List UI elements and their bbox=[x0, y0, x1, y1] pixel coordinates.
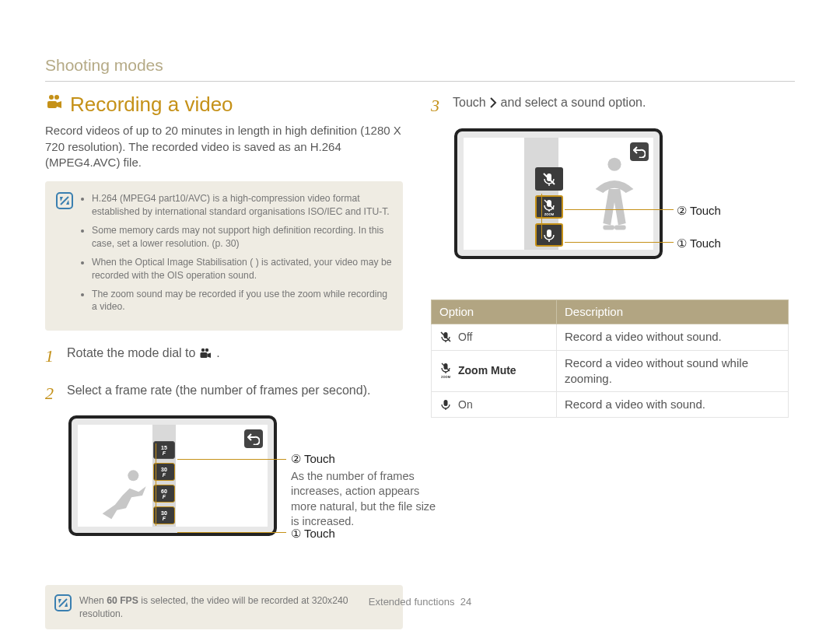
svg-point-1 bbox=[54, 95, 59, 100]
callout-line bbox=[156, 443, 156, 526]
option-label: Zoom Mute bbox=[458, 363, 516, 378]
option-label: On bbox=[458, 398, 473, 412]
info-note-box: H.264 (MPEG4 part10/AVC) is a high-compr… bbox=[45, 181, 403, 331]
dancer-icon bbox=[583, 155, 646, 240]
option-label: Off bbox=[458, 330, 472, 345]
sound-option-zoom-mute[interactable]: ZOOM bbox=[535, 195, 563, 219]
sound-option-list: ZOOM bbox=[535, 167, 563, 251]
page-root: Shooting modes Recording a video Record … bbox=[0, 0, 840, 629]
content-columns: Recording a video Record videos of up to… bbox=[45, 91, 795, 629]
callout-line bbox=[177, 532, 286, 533]
callout-label: ② Touch bbox=[291, 451, 446, 467]
video-camera-icon bbox=[45, 93, 64, 116]
section-header: Shooting modes bbox=[45, 54, 795, 82]
callout-2: ② Touch bbox=[677, 203, 832, 219]
mic-on-icon bbox=[439, 398, 452, 411]
note-list: H.264 (MPEG4 part10/AVC) is a high-compr… bbox=[81, 192, 392, 320]
mic-zoom-mute-icon: ZOOM bbox=[439, 363, 452, 380]
back-button[interactable] bbox=[244, 429, 263, 448]
note-item: The zoom sound may be recorded if you us… bbox=[92, 288, 392, 313]
step-3: 3 Touch and select a sound option. bbox=[431, 94, 789, 117]
chevron-right-icon bbox=[489, 96, 497, 113]
fps-option-list: 15F 30F 60F 30F bbox=[153, 441, 175, 528]
note-icon bbox=[56, 192, 73, 320]
svg-point-9 bbox=[607, 158, 621, 171]
page-title-row: Recording a video bbox=[45, 91, 403, 118]
step-3-text-a: Touch bbox=[453, 96, 489, 109]
fps-option[interactable]: 60F bbox=[153, 485, 175, 503]
note-item: Some memory cards may not support high d… bbox=[92, 224, 392, 250]
left-column: Recording a video Record videos of up to… bbox=[45, 91, 403, 629]
mic-off-icon bbox=[439, 331, 452, 343]
svg-rect-11 bbox=[614, 225, 626, 229]
step-1-text-a: Rotate the mode dial to bbox=[67, 346, 199, 359]
callout-line bbox=[565, 242, 674, 243]
step-1-text-b: . bbox=[216, 346, 219, 359]
step-number: 2 bbox=[45, 382, 59, 405]
page-title: Recording a video bbox=[70, 91, 233, 118]
intro-text: Record videos of up to 20 minutes in len… bbox=[45, 123, 403, 170]
option-desc: Record a video without sound. bbox=[557, 324, 789, 350]
note-item: When the Optical Image Stabilisation ( )… bbox=[92, 256, 392, 282]
svg-text:ZOOM: ZOOM bbox=[441, 375, 451, 379]
step-number: 3 bbox=[431, 94, 445, 117]
callout-1: ① Touch bbox=[291, 526, 446, 541]
video-mode-icon bbox=[199, 346, 213, 363]
option-desc: Record a video without sound while zoomi… bbox=[557, 350, 789, 392]
fps-value: 15 bbox=[161, 445, 167, 450]
callout-2: ② Touch As the number of frames increase… bbox=[291, 451, 446, 530]
footer-label: Extended functions bbox=[369, 596, 455, 608]
table-head-desc: Description bbox=[557, 300, 789, 324]
callout-line bbox=[541, 194, 542, 239]
table-row: ZOOM Zoom Mute Record a video without so… bbox=[432, 350, 789, 392]
fps-option[interactable]: 15F bbox=[153, 441, 175, 459]
callout-line bbox=[177, 459, 286, 460]
frame-rate-diagram: 15F 30F 60F 30F ② Touch As the number of… bbox=[45, 415, 403, 563]
sound-option-diagram: ZOOM ② Touch ① Touch bbox=[431, 128, 789, 276]
callout-label: ① Touch bbox=[677, 236, 832, 251]
fps-value: 30 bbox=[161, 467, 167, 472]
fps-value: 30 bbox=[161, 510, 167, 516]
step-3-text: Touch and select a sound option. bbox=[453, 94, 646, 113]
option-desc: Record a video with sound. bbox=[557, 392, 789, 418]
screen-content: ZOOM bbox=[464, 138, 653, 250]
callout-1: ① Touch bbox=[677, 236, 832, 251]
step-1: 1 Rotate the mode dial to . bbox=[45, 345, 403, 368]
fps-value: 60 bbox=[161, 489, 167, 494]
camera-screen: ZOOM bbox=[454, 128, 663, 259]
sound-option-on[interactable] bbox=[535, 223, 563, 247]
svg-rect-10 bbox=[603, 225, 614, 229]
runner-icon bbox=[98, 468, 154, 523]
step-1-text: Rotate the mode dial to . bbox=[67, 345, 220, 363]
svg-point-0 bbox=[49, 95, 54, 100]
page-footer: Extended functions 24 bbox=[0, 595, 840, 609]
svg-rect-6 bbox=[200, 352, 207, 358]
table-row: On Record a video with sound. bbox=[432, 392, 789, 418]
svg-text:ZOOM: ZOOM bbox=[544, 212, 555, 216]
svg-rect-2 bbox=[47, 101, 57, 108]
callout-label: ① Touch bbox=[291, 526, 446, 541]
svg-rect-19 bbox=[547, 229, 551, 237]
table-head-option: Option bbox=[432, 300, 557, 324]
sound-options-table: Option Description Off Record a video wi… bbox=[431, 299, 789, 418]
footer-page-number: 24 bbox=[460, 596, 471, 608]
svg-rect-28 bbox=[444, 400, 448, 406]
screen-content: 15F 30F 60F 30F bbox=[78, 425, 268, 527]
callout-label: ② Touch bbox=[677, 203, 832, 219]
note-item: H.264 (MPEG4 part10/AVC) is a high-compr… bbox=[92, 192, 392, 218]
camera-screen: 15F 30F 60F 30F bbox=[68, 415, 277, 536]
fps-option[interactable]: 30F bbox=[153, 506, 175, 524]
callout-line bbox=[565, 209, 674, 210]
step-3-text-b: and select a sound option. bbox=[501, 96, 646, 109]
right-column: 3 Touch and select a sound option. bbox=[431, 91, 789, 629]
svg-point-5 bbox=[205, 349, 208, 352]
svg-point-7 bbox=[128, 471, 138, 482]
step-2-text: Select a frame rate (the number of frame… bbox=[67, 382, 370, 399]
sound-option-off[interactable] bbox=[535, 167, 563, 191]
step-number: 1 bbox=[45, 345, 59, 368]
table-row: Off Record a video without sound. bbox=[432, 324, 789, 350]
callout-desc: As the number of frames increases, actio… bbox=[291, 469, 446, 530]
svg-point-4 bbox=[201, 349, 205, 352]
step-2: 2 Select a frame rate (the number of fra… bbox=[45, 382, 403, 405]
fps-option[interactable]: 30F bbox=[153, 463, 175, 481]
